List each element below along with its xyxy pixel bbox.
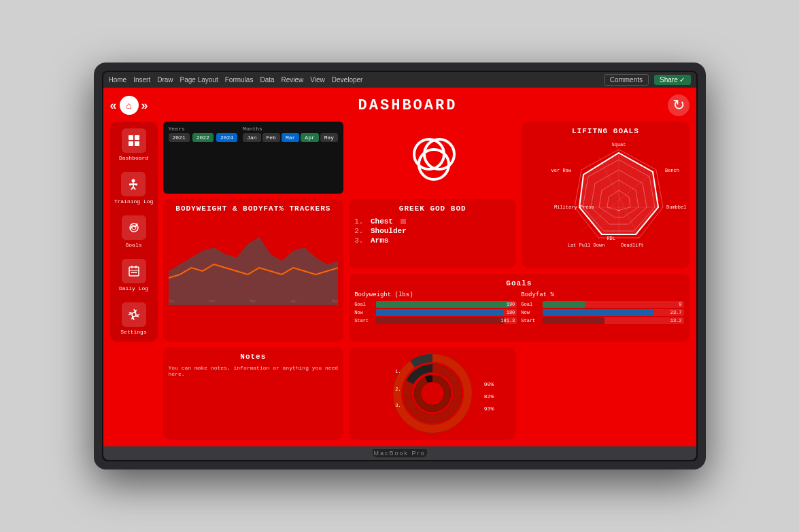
sidebar-item-settings[interactable]: Settings [120, 302, 146, 335]
excel-menu-items: Home Insert Draw Page Layout Formulas Da… [109, 76, 363, 84]
menu-data[interactable]: Data [260, 76, 274, 84]
home-button[interactable]: ⌂ [120, 96, 139, 115]
month-may[interactable]: May [320, 133, 338, 142]
month-mar[interactable]: Mar [282, 133, 299, 142]
years-label: Years [169, 126, 238, 132]
bf-goal-value: 9 [679, 302, 681, 307]
greek-god-item-1: 1. Chest [354, 217, 511, 226]
rank-2: 2. [354, 227, 363, 235]
greek-god-item-3: 3. Arms [354, 236, 511, 245]
bf-start-fill [543, 317, 605, 324]
bf-start-track: 13.2 [543, 317, 683, 324]
radar-chart: Squat Bench Dumbbell Press Deadlift Lat … [551, 139, 660, 241]
svg-text:Dumbbell Press: Dumbbell Press [666, 205, 687, 210]
home-icon: ⌂ [126, 100, 131, 111]
bw-start-name: Start [354, 318, 373, 323]
dashboard-title: DASHBOARD [148, 97, 668, 114]
bf-now-row: Now 23.7 [521, 309, 683, 316]
rank-3: 3. [354, 236, 363, 245]
sidebar-item-training[interactable]: Training Log [114, 172, 154, 205]
svg-rect-9 [129, 183, 131, 185]
menu-insert[interactable]: Insert [133, 76, 150, 84]
bw-goal-value: 190 [507, 302, 515, 307]
sidebar-item-daily[interactable]: Daily Log [119, 259, 148, 291]
svg-text:Military Press: Military Press [554, 205, 594, 210]
menu-formulas[interactable]: Formulas [225, 76, 254, 84]
sidebar-label-dashboard: Dashboard [119, 155, 148, 161]
laptop-frame: Home Insert Draw Page Layout Formulas Da… [94, 63, 706, 469]
filter-panel: Years 2021 2022 2024 Months Jan Feb [163, 122, 344, 194]
laptop-base [102, 461, 698, 469]
comments-button[interactable]: Comments [604, 74, 649, 86]
month-feb[interactable]: Feb [262, 133, 280, 142]
share-button[interactable]: Share ✓ [654, 75, 690, 85]
ring-label-1: 1. [395, 369, 401, 374]
logo-svg [405, 130, 460, 185]
bw-now-name: Now [354, 310, 373, 315]
svg-text:Lat Pull Down: Lat Pull Down [568, 243, 605, 248]
bw-now-fill [376, 309, 503, 316]
svg-rect-18 [133, 272, 135, 273]
refresh-button[interactable]: ↻ [668, 94, 690, 116]
year-2024[interactable]: 2024 [216, 133, 237, 142]
donut-label-90: 90% [484, 381, 494, 387]
bodyweight-section: Bodyweight (lbs) Goal 190 Now [354, 291, 517, 325]
sidebar-label-daily: Daily Log [119, 285, 148, 291]
bw-goal-fill [376, 301, 510, 308]
laptop-notch: MacBook Pro [373, 449, 427, 457]
forward-arrow[interactable]: » [141, 99, 148, 113]
bw-now-value: 180 [507, 310, 515, 315]
svg-text:Deadlift: Deadlift [622, 243, 645, 248]
bf-now-value: 23.7 [670, 310, 682, 315]
svg-point-4 [132, 179, 135, 183]
menu-review[interactable]: Review [282, 76, 304, 84]
bw-goal-track: 190 [376, 301, 517, 308]
notes-content: You can make notes, information or anyth… [169, 365, 339, 377]
ring-label-3: 3. [395, 403, 401, 408]
settings-icon [122, 302, 146, 327]
donut-panel: 90% 82% 93% 1. 2. 3. [349, 347, 516, 440]
menu-draw[interactable]: Draw [157, 76, 173, 84]
month-apr[interactable]: Apr [301, 133, 318, 142]
sidebar-item-dashboard[interactable]: Dashboard [119, 128, 148, 161]
bodyfat-section: Bodyfat % Goal 9 Now [521, 291, 683, 325]
year-2022[interactable]: 2022 [192, 133, 214, 142]
rank-1: 1. [354, 217, 363, 226]
laptop-bottom: MacBook Pro [103, 446, 696, 460]
sidebar-label-goals: Goals [125, 242, 141, 248]
months-section: Months Jan Feb Mar Apr May [243, 126, 338, 142]
bf-start-value: 13.2 [670, 318, 682, 323]
menu-developer[interactable]: Developer [332, 76, 363, 84]
svg-rect-13 [129, 267, 139, 276]
menu-view[interactable]: View [310, 76, 325, 84]
bodyweight-label: Bodyweight (lbs) [354, 291, 517, 298]
menu-page-layout[interactable]: Page Layout [180, 76, 218, 84]
notes-panel: Notes You can make notes, information or… [163, 347, 344, 440]
lifting-goals-title: LIFITNG GOALS [527, 127, 683, 135]
bw-goal-name: Goal [354, 302, 373, 307]
svg-line-8 [133, 187, 135, 190]
sidebar-item-goals[interactable]: Goals [122, 215, 146, 248]
bf-goal-track: 9 [543, 301, 683, 308]
goals-grid: Bodyweight (lbs) Goal 190 Now [354, 291, 683, 325]
filter-years-row: Years 2021 2022 2024 Months Jan Feb [169, 126, 339, 142]
lifting-goals-panel: LIFITNG GOALS [522, 122, 689, 268]
svg-text:RDL: RDL [607, 236, 616, 241]
svg-rect-2 [129, 141, 133, 146]
menu-home[interactable]: Home [109, 76, 127, 84]
bodyfat-label: Bodyfat % [521, 291, 683, 298]
months-label: Months [243, 126, 338, 132]
macbook-label: MacBook Pro [373, 450, 425, 457]
year-2021[interactable]: 2021 [169, 133, 190, 142]
svg-point-20 [132, 313, 136, 317]
svg-point-23 [419, 149, 449, 179]
indicator-1 [401, 219, 406, 224]
back-arrow[interactable]: « [110, 99, 117, 113]
svg-rect-17 [131, 272, 133, 273]
ring-label-2: 2. [395, 387, 401, 392]
month-jan[interactable]: Jan [243, 133, 260, 142]
greek-god-title: GREEK GOD BOD [354, 205, 511, 213]
logo-area [349, 122, 516, 194]
greek-god-item-2: 2. Shoulder [354, 226, 511, 236]
item-arms: Arms [371, 236, 388, 245]
